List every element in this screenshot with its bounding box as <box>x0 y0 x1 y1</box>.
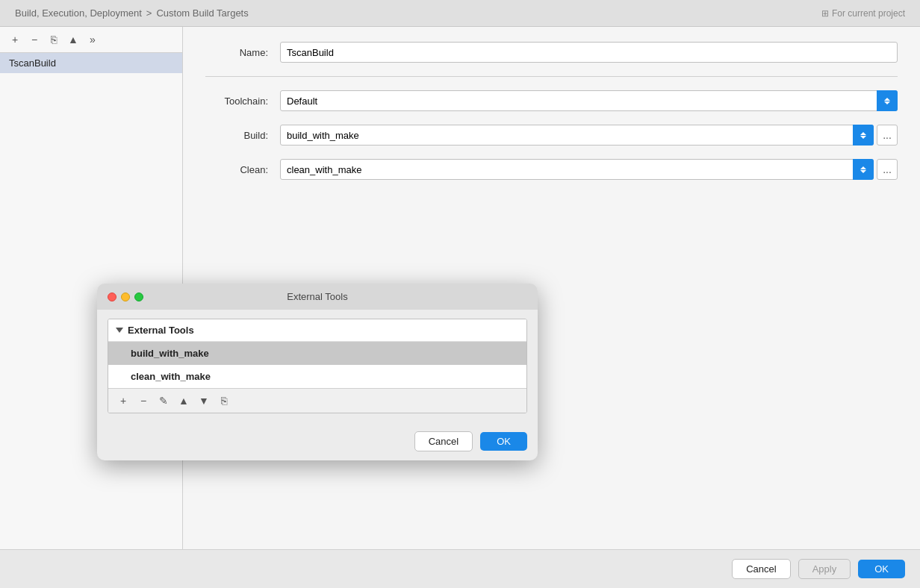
build-row: Build: ... <box>205 125 898 146</box>
tree-panel: External Tools build_with_make clean_wit… <box>108 319 527 413</box>
apply-button[interactable]: Apply <box>798 559 851 579</box>
clean-dots-button[interactable]: ... <box>877 159 898 180</box>
arrow-up-icon <box>860 132 866 135</box>
tree-item-build-with-make[interactable]: build_with_make <box>108 342 526 365</box>
up-arrow-icon: ▲ <box>68 34 78 46</box>
dots-icon: ... <box>883 163 892 175</box>
more-icon: » <box>90 34 96 46</box>
arrow-up-icon <box>860 166 866 169</box>
build-label: Build: <box>205 130 280 141</box>
maximize-window-button[interactable] <box>134 293 143 301</box>
ok-button[interactable]: OK <box>858 560 905 578</box>
header-right: ⊞ For current project <box>821 8 905 19</box>
breadcrumb-parent: Build, Execution, Deployment <box>15 7 142 19</box>
modal-edit-button[interactable]: ✎ <box>155 392 172 409</box>
breadcrumb-separator: > <box>146 7 152 19</box>
breadcrumb-current: Custom Build Targets <box>156 7 248 19</box>
arrow-down-icon <box>860 136 866 139</box>
tree-group-label: External Tools <box>128 325 194 336</box>
sidebar-item-tscanbuild[interactable]: TscanBuild <box>0 53 182 73</box>
name-row: Name: <box>205 42 898 63</box>
sidebar-copy-button[interactable]: ⎘ <box>45 31 63 48</box>
plus-icon: + <box>12 34 18 46</box>
toolchain-select-wrapper <box>280 90 898 111</box>
toolchain-input[interactable] <box>280 90 898 111</box>
sidebar-remove-button[interactable]: − <box>25 31 43 48</box>
down-icon: ▼ <box>199 395 209 407</box>
modal-cancel-button[interactable]: Cancel <box>414 431 473 451</box>
modal-footer: Cancel OK <box>97 422 538 460</box>
modal-title: External Tools <box>108 291 527 302</box>
toolchain-label: Toolchain: <box>205 96 280 107</box>
minimize-window-button[interactable] <box>121 293 130 301</box>
chevron-down-icon <box>116 328 123 333</box>
toolchain-spinner-button[interactable] <box>877 90 898 111</box>
sidebar-toolbar: + − ⎘ ▲ » <box>0 27 182 53</box>
sidebar-add-button[interactable]: + <box>6 31 24 48</box>
toolchain-row: Toolchain: <box>205 90 898 111</box>
modal-down-button[interactable]: ▼ <box>195 392 213 409</box>
up-icon: ▲ <box>178 395 189 407</box>
build-input[interactable] <box>280 125 874 146</box>
page-icon: ⊞ <box>821 8 829 19</box>
for-current-project-label: For current project <box>832 8 905 19</box>
arrow-up-icon <box>884 98 890 101</box>
modal-up-button[interactable]: ▲ <box>175 392 193 409</box>
sidebar-more-button[interactable]: » <box>84 31 102 48</box>
dots-icon: ... <box>883 129 892 141</box>
clean-field-wrapper: ... <box>280 159 898 180</box>
plus-icon: + <box>120 395 126 407</box>
modal-ok-button[interactable]: OK <box>480 432 527 451</box>
tree-item-clean-with-make[interactable]: clean_with_make <box>108 365 526 388</box>
modal-add-button[interactable]: + <box>114 392 132 409</box>
modal-remove-button[interactable]: − <box>134 392 152 409</box>
name-label: Name: <box>205 47 280 58</box>
tree-group-header[interactable]: External Tools <box>108 319 526 342</box>
clean-label: Clean: <box>205 164 280 175</box>
clean-input[interactable] <box>280 159 874 180</box>
form-divider <box>205 76 898 77</box>
traffic-lights <box>108 293 143 301</box>
build-spinner-button[interactable] <box>853 125 874 146</box>
modal-titlebar: External Tools <box>97 284 538 310</box>
minus-icon: − <box>140 395 146 407</box>
arrow-down-icon <box>884 101 890 104</box>
bottom-bar: Cancel Apply OK <box>0 549 920 588</box>
build-dots-button[interactable]: ... <box>877 125 898 146</box>
external-tools-modal: External Tools External Tools build_with… <box>97 284 538 460</box>
minus-icon: − <box>31 34 37 46</box>
close-window-button[interactable] <box>108 293 116 301</box>
sidebar-up-button[interactable]: ▲ <box>64 31 82 48</box>
copy-icon: ⎘ <box>221 395 227 407</box>
clean-row: Clean: ... <box>205 159 898 180</box>
clean-spinner-button[interactable] <box>853 159 874 180</box>
cancel-button[interactable]: Cancel <box>732 559 790 579</box>
header-bar: Build, Execution, Deployment > Custom Bu… <box>0 0 920 27</box>
clean-select-wrapper <box>280 159 874 180</box>
modal-copy-button[interactable]: ⎘ <box>215 392 233 409</box>
name-input[interactable] <box>280 42 898 63</box>
copy-icon: ⎘ <box>51 34 57 46</box>
build-select-wrapper <box>280 125 874 146</box>
arrow-down-icon <box>860 170 866 173</box>
build-field-wrapper: ... <box>280 125 898 146</box>
modal-body: External Tools build_with_make clean_wit… <box>97 310 538 422</box>
edit-icon: ✎ <box>159 395 168 407</box>
modal-toolbar: + − ✎ ▲ ▼ ⎘ <box>108 388 526 413</box>
